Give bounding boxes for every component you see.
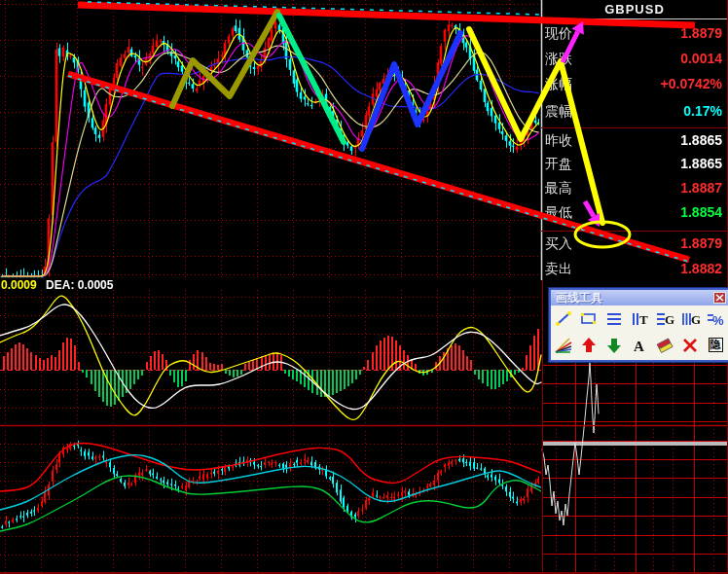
gann-grid-tool-icon[interactable]: G bbox=[677, 305, 703, 332]
quote-label: 最低 bbox=[545, 204, 572, 222]
eraser-tool-icon[interactable] bbox=[652, 332, 677, 358]
svg-text:%: % bbox=[712, 313, 724, 328]
quote-label: 最高 bbox=[545, 180, 572, 197]
trendline-tool-icon[interactable] bbox=[551, 305, 576, 332]
quote-value: 1.8865 bbox=[680, 156, 722, 171]
svg-text:G: G bbox=[665, 312, 674, 327]
toolbar-tools: TGG%A隐 bbox=[551, 305, 728, 358]
svg-text:T: T bbox=[639, 312, 648, 327]
quote-row-high: 最高1.8887 bbox=[545, 180, 724, 197]
quote-value: 1.8882 bbox=[680, 261, 722, 276]
gann-lines-tool-icon[interactable]: G bbox=[652, 305, 677, 332]
symbol-title: GBPUSD bbox=[541, 2, 728, 17]
svg-text:G: G bbox=[691, 312, 700, 327]
quote-value: 1.8879 bbox=[680, 235, 722, 251]
quote-label: 昨收 bbox=[545, 132, 572, 150]
quote-value: 1.8854 bbox=[680, 204, 722, 220]
quote-value: +0.0742% bbox=[661, 76, 722, 91]
delete-tool-icon[interactable] bbox=[677, 332, 703, 358]
quote-value: 1.8865 bbox=[680, 132, 722, 148]
quote-row-amplitude: 震幅0.17% bbox=[545, 103, 724, 121]
up-arrow-tool-icon[interactable] bbox=[576, 332, 601, 358]
quote-value: 0.0014 bbox=[680, 51, 722, 66]
quote-row-prev-close: 昨收1.8865 bbox=[545, 132, 724, 150]
quote-row-bid: 买入1.8879 bbox=[545, 235, 724, 253]
dea-value: DEA: 0.0005 bbox=[46, 278, 113, 292]
quote-label: 开盘 bbox=[545, 156, 572, 173]
quote-row-change: 涨跌0.0014 bbox=[545, 51, 724, 68]
quote-value: 1.8879 bbox=[680, 25, 722, 41]
toolbar-title-bar[interactable]: 画线工具 bbox=[551, 290, 728, 305]
dif-value: 0.0009 bbox=[1, 278, 37, 292]
quote-row-change-pct: 涨幅+0.0742% bbox=[545, 76, 724, 93]
text-tool-icon[interactable]: A bbox=[627, 332, 652, 358]
quote-panel: GBPUSD 现价1.8879涨跌0.0014涨幅+0.0742%震幅0.17%… bbox=[541, 0, 728, 282]
quote-row-low: 最低1.8854 bbox=[545, 204, 724, 222]
quote-value: 1.8887 bbox=[680, 180, 722, 196]
quote-row-price: 现价1.8879 bbox=[545, 25, 724, 43]
trading-terminal: GBPUSD 现价1.8879涨跌0.0014涨幅+0.0742%震幅0.17%… bbox=[0, 0, 728, 574]
rectangle-tool-icon[interactable] bbox=[576, 305, 601, 332]
quote-label: 涨跌 bbox=[545, 51, 572, 68]
quote-label: 买入 bbox=[545, 235, 572, 253]
quote-value: 0.17% bbox=[683, 103, 722, 119]
toolbar-title: 画线工具 bbox=[556, 291, 602, 305]
vertical-lines-text-tool-icon[interactable]: T bbox=[627, 305, 652, 332]
close-icon[interactable] bbox=[713, 292, 726, 304]
fan-lines-tool-icon[interactable] bbox=[551, 332, 576, 358]
hide-tool-icon[interactable]: 隐 bbox=[703, 332, 728, 358]
quote-label: 卖出 bbox=[545, 261, 572, 278]
quote-label: 涨幅 bbox=[545, 76, 572, 93]
quote-label: 现价 bbox=[545, 25, 572, 43]
svg-text:A: A bbox=[634, 339, 644, 354]
quote-label: 震幅 bbox=[545, 103, 572, 121]
close-x-glyph bbox=[715, 294, 724, 302]
drawing-toolbar: 画线工具 TGG%A隐 bbox=[549, 288, 728, 362]
quote-row-open: 开盘1.8865 bbox=[545, 156, 724, 173]
quote-row-ask: 卖出1.8882 bbox=[545, 261, 724, 278]
percent-lines-tool-icon[interactable]: % bbox=[703, 305, 728, 332]
down-arrow-tool-icon[interactable] bbox=[601, 332, 627, 358]
parallel-lines-tool-icon[interactable] bbox=[601, 305, 627, 332]
macd-indicator-label: 0.0009 DEA: 0.0005 bbox=[1, 278, 113, 292]
